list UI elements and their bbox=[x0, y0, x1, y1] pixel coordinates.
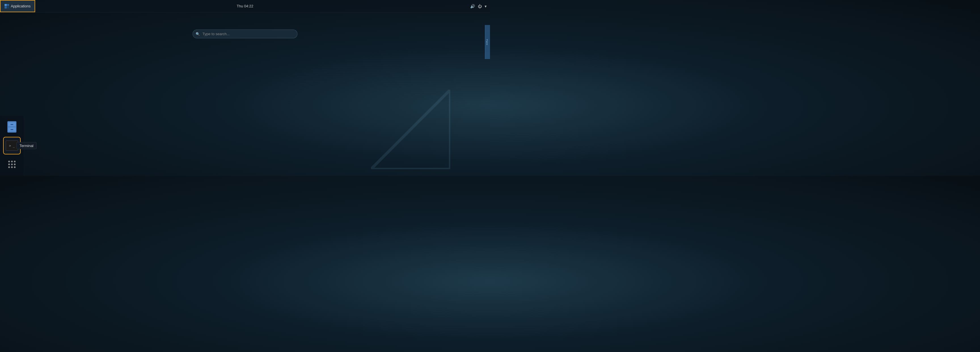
file-manager-icon bbox=[6, 121, 18, 133]
dock: Terminal bbox=[0, 116, 24, 176]
grid-dots-icon bbox=[6, 158, 18, 170]
right-strip-label: Paimt bbox=[485, 25, 489, 59]
clock-display: Thu 04:22 bbox=[237, 4, 253, 8]
applications-icon bbox=[5, 4, 9, 8]
file-manager-dock-item[interactable] bbox=[3, 118, 21, 136]
right-edge-window: Paimt bbox=[485, 25, 490, 59]
search-icon: 🔍 bbox=[196, 32, 200, 36]
system-tray: 🔊 ⏻ ▾ bbox=[470, 4, 490, 8]
search-container: 🔍 bbox=[192, 29, 298, 38]
desktop: 🔍 bbox=[0, 13, 490, 176]
triangle-watermark bbox=[371, 90, 450, 170]
svg-marker-0 bbox=[371, 90, 450, 169]
top-panel: Applications Thu 04:22 🔊 ⏻ ▾ bbox=[0, 0, 490, 13]
volume-icon[interactable]: 🔊 bbox=[470, 4, 475, 8]
applications-button[interactable]: Applications bbox=[0, 0, 35, 12]
search-input[interactable] bbox=[192, 29, 298, 38]
search-wrapper: 🔍 bbox=[192, 29, 298, 38]
tray-dropdown-icon[interactable]: ▾ bbox=[485, 4, 487, 8]
svg-rect-5 bbox=[11, 129, 13, 130]
show-apps-dock-item[interactable] bbox=[3, 155, 21, 173]
power-icon[interactable]: ⏻ bbox=[478, 4, 482, 8]
terminal-label: Terminal bbox=[16, 142, 37, 149]
terminal-dock-item[interactable]: Terminal bbox=[3, 137, 21, 154]
svg-rect-3 bbox=[11, 124, 13, 125]
applications-label: Applications bbox=[11, 4, 30, 8]
